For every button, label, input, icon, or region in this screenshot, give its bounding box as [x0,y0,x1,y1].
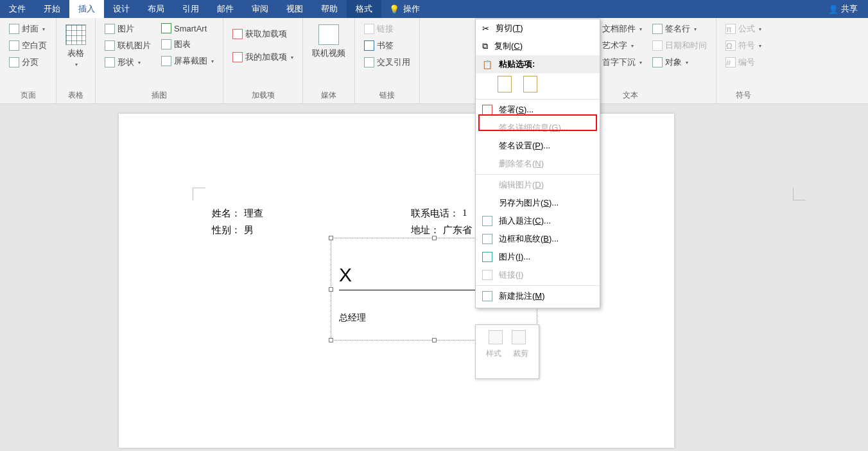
border-icon [482,234,492,244]
blank-page-button[interactable]: 空白页 [6,39,49,53]
smartart-button[interactable]: SmartArt [159,22,216,35]
page-break-button[interactable]: 分页 [6,55,49,69]
picture-icon [105,24,115,34]
document-area[interactable]: 姓名： 理查 性别： 男 联系电话： 1 地址： 广东省 X 总经理 [0,104,868,451]
cover-page-button[interactable]: 封面▾ [6,22,49,36]
get-addins-button[interactable]: 获取加载项 [230,27,296,41]
share-button[interactable]: 👤 共享 [818,0,868,18]
ctx-link: 链接(I) [476,266,600,284]
ctx-save-as-picture[interactable]: 另存为图片(S)... [476,194,600,212]
online-picture-icon [105,40,115,51]
scissors-icon: ✂ [482,24,489,33]
tab-home[interactable]: 开始 [35,0,69,18]
ctx-border-shading[interactable]: 边框和底纹(B)... [476,230,600,248]
tab-mailings[interactable]: 邮件 [208,0,243,18]
paste-option-2[interactable] [523,76,537,93]
object-icon [652,57,663,67]
group-links: 链接 书签 交叉引用 链接 [355,18,420,103]
format-picture-icon [482,252,492,262]
store-icon [232,29,243,39]
object-button[interactable]: 对象▾ [650,55,709,69]
link-icon [482,270,492,280]
group-addins: 获取加载项 我的加载项▾ 加载项 [223,18,303,103]
screenshot-icon [161,56,171,66]
ctx-paste-options-header: 📋粘贴选项: [476,55,600,73]
online-picture-button[interactable]: 联机图片 [102,39,153,53]
tab-design[interactable]: 设计 [104,0,139,18]
context-menu: ✂剪切(T) ⧉复制(C) 📋粘贴选项: 签署(S)... 签名详细信息(G).… [475,19,600,308]
margin-corner [793,188,806,200]
resize-handle[interactable] [432,338,437,342]
resize-handle[interactable] [432,236,437,240]
tab-review[interactable]: 审阅 [243,0,277,18]
ribbon: 封面▾ 空白页 分页 页面 表格▾ 表格 图片 联机图片 形状▾ SmartAr… [0,18,868,104]
tell-me-label: 操作 [403,3,420,15]
separator [476,174,600,175]
comment-icon [482,291,492,301]
resize-handle[interactable] [329,236,333,240]
caption-icon [482,216,492,226]
signature-icon [652,24,663,34]
mini-crop-label: 裁剪 [513,348,528,359]
resize-handle[interactable] [329,287,333,292]
tab-view[interactable]: 视图 [277,0,312,18]
paste-option-1[interactable] [498,76,512,93]
bookmark-button[interactable]: 书签 [361,39,413,53]
resize-handle[interactable] [329,338,333,342]
ctx-copy[interactable]: ⧉复制(C) [476,37,600,55]
name-value: 理查 [244,208,263,220]
link-button: 链接 [361,22,413,36]
screenshot-button[interactable]: 屏幕截图▾ [159,54,216,68]
group-label-links: 链接 [359,87,415,103]
ctx-cut[interactable]: ✂剪切(T) [476,19,600,37]
picture-button[interactable]: 图片 [102,22,153,36]
gender-label: 性别： [212,224,241,236]
tab-layout[interactable]: 布局 [139,0,173,18]
name-label: 姓名： [212,208,241,220]
paste-options [476,73,600,98]
crossref-button[interactable]: 交叉引用 [361,55,413,69]
copy-icon: ⧉ [482,41,488,51]
bookmark-icon [364,40,374,51]
ctx-remove-sig: 删除签名(N) [476,155,600,173]
phone-value: 1 [462,208,467,218]
page-break-icon [9,57,19,67]
tab-references[interactable]: 引用 [173,0,208,18]
my-addins-button[interactable]: 我的加载项▾ [230,50,296,64]
ctx-picture[interactable]: 图片(I)... [476,248,600,266]
number-icon: # [725,57,736,67]
signature-line-button[interactable]: 签名行▾ [650,22,709,36]
tab-help[interactable]: 帮助 [312,0,347,18]
ctx-edit-picture: 编辑图片(D) [476,176,600,194]
crop-icon[interactable] [512,330,526,344]
table-icon [65,24,86,45]
ctx-new-comment[interactable]: 新建批注(M) [476,287,600,305]
number-button: #编号 [723,55,764,69]
ctx-insert-caption[interactable]: 插入题注(C)... [476,212,600,230]
tab-file[interactable]: 文件 [0,0,35,18]
ctx-sig-setup[interactable]: 签名设置(P)... [476,137,600,155]
chart-icon [161,39,171,49]
symbol-button: Ω符号▾ [723,39,764,53]
tab-insert[interactable]: 插入 [69,0,104,18]
group-label-illustrations: 插图 [100,87,219,103]
address-value: 广东省 [443,224,472,236]
chart-button[interactable]: 图表 [159,37,216,51]
shapes-button[interactable]: 形状▾ [102,55,153,69]
tab-format[interactable]: 格式 [347,0,381,18]
person-icon: 👤 [828,4,838,14]
separator [476,285,600,286]
datetime-icon [652,40,663,51]
bulb-icon: 💡 [389,4,399,14]
online-video-icon [318,24,339,45]
online-video-button[interactable]: 联机视频 [307,21,351,63]
table-button[interactable]: 表格▾ [60,21,91,71]
group-symbols: π公式▾ Ω符号▾ #编号 符号 [716,18,770,103]
style-icon[interactable] [489,330,503,344]
ctx-sign[interactable]: 签署(S)... [476,101,600,119]
group-label-symbols: 符号 [720,87,767,103]
tell-me[interactable]: 💡 操作 [381,0,428,18]
shapes-icon [105,57,115,67]
equation-icon: π [725,24,736,34]
mini-toolbar: 样式 裁剪 [475,324,539,379]
